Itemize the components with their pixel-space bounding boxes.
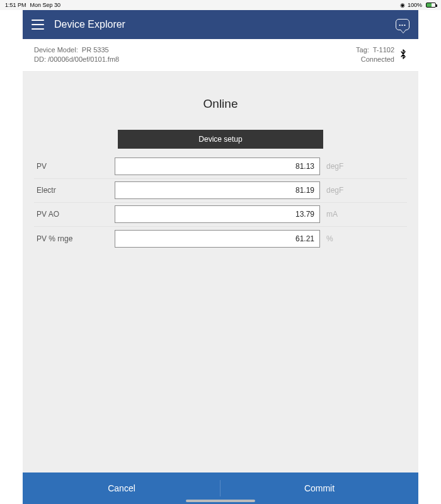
- app-title: Device Explorer: [54, 19, 396, 30]
- bottom-bar: Cancel Commit: [23, 472, 418, 504]
- row-unit: degF: [326, 186, 343, 195]
- device-setup-button[interactable]: Device setup: [118, 130, 323, 149]
- row-label: PV AO: [34, 210, 115, 219]
- device-model-value: PR 5335: [82, 46, 109, 54]
- dd-label: DD:: [34, 55, 46, 63]
- wifi-icon: ◉: [400, 2, 405, 8]
- electr-input[interactable]: [115, 181, 320, 199]
- home-indicator: [186, 500, 255, 502]
- form-row-pv-range: PV % rnge %: [34, 227, 407, 251]
- connection-status: Connected: [356, 55, 394, 64]
- pv-range-input[interactable]: [115, 230, 320, 248]
- device-info-bar: Device Model: PR 5335 DD: /00006d/00ef/0…: [23, 39, 418, 72]
- status-time: 1:51 PM: [5, 2, 26, 8]
- form-row-electr: Electr degF: [34, 179, 407, 203]
- status-date: Mon Sep 30: [30, 2, 61, 8]
- battery-icon: [425, 3, 436, 8]
- bluetooth-icon: [399, 49, 407, 61]
- row-unit: degF: [326, 162, 343, 171]
- device-model-label: Device Model:: [34, 46, 78, 54]
- page-title: Online: [23, 97, 418, 111]
- form-row-pv: PV degF: [34, 155, 407, 179]
- pv-input[interactable]: [115, 158, 320, 175]
- form-row-pv-ao: PV AO mA: [34, 203, 407, 227]
- status-bar: 1:51 PM Mon Sep 30 ◉ 100%: [0, 0, 441, 10]
- row-unit: %: [326, 234, 333, 243]
- tag-value: T-1102: [373, 46, 394, 54]
- tag-label: Tag:: [356, 46, 369, 54]
- row-label: PV % rnge: [34, 234, 115, 243]
- row-label: PV: [34, 162, 115, 171]
- content-area: Online Device setup PV degF Electr degF …: [23, 72, 418, 474]
- status-battery: 100%: [408, 2, 422, 8]
- row-label: Electr: [34, 186, 115, 195]
- row-unit: mA: [326, 210, 338, 219]
- messages-icon[interactable]: •••: [396, 19, 410, 30]
- pv-ao-input[interactable]: [115, 205, 320, 223]
- dd-value: /00006d/00ef/0101.fm8: [48, 55, 119, 63]
- menu-icon[interactable]: [32, 20, 44, 30]
- app-header: Device Explorer •••: [23, 10, 418, 39]
